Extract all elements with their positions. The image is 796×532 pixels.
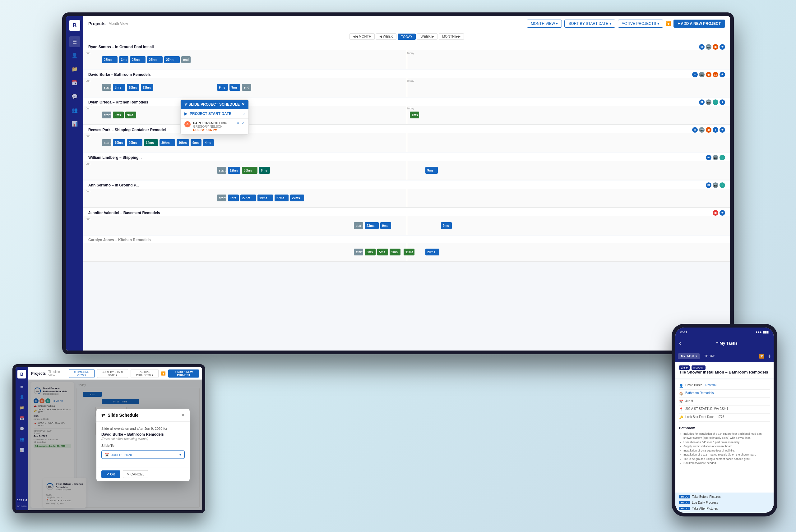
- referral-badge: Referral: [705, 383, 716, 388]
- timeline-area: Ryan Santos – In Ground Pool Install ✉ 📷…: [83, 42, 730, 350]
- project-name: Reeses Park – Shipping Container Remodel: [88, 128, 166, 132]
- lt-sidebar-item-schedule[interactable]: 📅: [17, 414, 26, 423]
- project-row: David Burke – Bathroom Remodels ✉ 📷 ◉ 11…: [83, 70, 730, 97]
- gantt-bar: 11ms: [404, 249, 414, 255]
- add-project-btn[interactable]: + ADD A NEW PROJECT: [673, 20, 725, 28]
- gantt-bar-start: start: [217, 194, 226, 201]
- ok-button[interactable]: ✓ OK: [101, 471, 120, 478]
- popup-close-icon[interactable]: ✕: [242, 102, 245, 107]
- lt-sidebar-item-contacts[interactable]: 👤: [17, 393, 26, 401]
- phone-nav-title: ≡ My Tasks: [684, 341, 770, 345]
- phone-add-icon[interactable]: +: [767, 353, 771, 360]
- gantt-bar: 9ms: [425, 167, 438, 174]
- filter-icon[interactable]: 🔽: [666, 21, 671, 26]
- gantt-bar-start: start: [354, 222, 363, 229]
- month-view-btn[interactable]: MONTH VIEW ▾: [527, 20, 562, 28]
- lt-sidebar-item-reports[interactable]: 📊: [17, 445, 26, 454]
- project-row: Ann Serrano – In Ground P... ✉ 📷 ○ Jun s…: [83, 180, 730, 208]
- cancel-button[interactable]: ✕ CANCEL: [123, 471, 149, 478]
- row-icon: ✉: [692, 72, 698, 77]
- lt-filter-icon[interactable]: 🔽: [161, 371, 166, 376]
- sidebar-item-team[interactable]: 👥: [69, 104, 80, 116]
- battery-icon: ▮▮▮: [763, 330, 769, 334]
- task-title: Tile Shower Installation – Bathroom Remo…: [679, 370, 770, 375]
- gantt-bar-start: start: [217, 167, 226, 174]
- lt-sidebar-item-files[interactable]: 📁: [17, 403, 26, 412]
- gantt-bar: 4ms: [203, 139, 214, 146]
- phone-notes: Includes for installation of a 18" squar…: [675, 431, 774, 493]
- popup-item-chevron: ›: [243, 112, 245, 116]
- today-tab[interactable]: TODAY: [701, 353, 718, 359]
- gantt-bar: 10hrs: [177, 139, 189, 146]
- gantt-bar: 27ms: [290, 194, 304, 201]
- popup-header: ⇄ SLIDE PROJECT SCHEDULE ✕: [181, 100, 248, 109]
- lt-title: Projects: [31, 371, 46, 376]
- main-topbar: Projects Month View MONTH VIEW ▾ SORT BY…: [83, 16, 730, 31]
- task-edit-icon[interactable]: ✏: [237, 121, 239, 125]
- next-next-month-btn[interactable]: MONTH ▶▶: [439, 33, 464, 40]
- prev-week-btn[interactable]: ◀ WEEK: [376, 33, 396, 40]
- gantt-bar: 9ms: [125, 112, 136, 118]
- lt-sidebar-item-menu[interactable]: ☰: [17, 382, 26, 391]
- project-icon: 🏠: [679, 391, 683, 397]
- lt-filter-btn[interactable]: ACTIVE PROJECTS ▾: [131, 369, 159, 378]
- task-detail-date: 📅 Jun 9: [679, 398, 770, 406]
- slide-modal-header: ⇄ Slide Schedule ✕: [96, 409, 190, 422]
- sort-btn[interactable]: SORT BY START DATE ▾: [564, 20, 615, 28]
- popup-project-start-date[interactable]: ▶ PROJECT START DATE ›: [181, 109, 248, 119]
- row-icon-orange: 11: [713, 72, 718, 77]
- date-picker[interactable]: 📅 JUN 15, 2020 ▾: [101, 451, 185, 459]
- row-icon: ◉: [706, 72, 711, 77]
- gantt-bar: 13hrs: [141, 84, 153, 91]
- task-time-row: 1hr 9 8:00 AM: [679, 365, 770, 370]
- sidebar-item-reports[interactable]: 📊: [69, 118, 80, 129]
- gantt-bar: 1ms: [410, 112, 419, 118]
- desktop-tablet: B ☰ 👤 📁 📅 💬 👥 📊 Projects Month View: [62, 13, 734, 354]
- note-item-1: Includes for installation of a 18" squar…: [683, 432, 770, 440]
- back-icon[interactable]: ‹: [679, 340, 681, 347]
- lt-sidebar-item-messages[interactable]: 💬: [17, 424, 26, 433]
- topbar-right: MONTH VIEW ▾ SORT BY START DATE ▾ ACTIVE…: [527, 20, 725, 28]
- row-icon: ✉: [706, 183, 711, 188]
- phone-filter-icon[interactable]: 🔽: [759, 354, 764, 359]
- task-check-icon[interactable]: ✓: [242, 121, 245, 125]
- main-content-area: Projects Month View MONTH VIEW ▾ SORT BY…: [83, 16, 730, 350]
- note-item-6: Tile to be grouted using a cement based …: [683, 457, 770, 461]
- task-lockbox: Lock Box Front Door – 1776: [685, 415, 724, 419]
- assignee-name: David Burke: [685, 383, 702, 388]
- popup-task-item[interactable]: G PAINT TRENCH LINE GREGORY NELSON DUE B…: [181, 119, 248, 134]
- sidebar-item-messages[interactable]: 💬: [69, 91, 80, 102]
- gantt-bar: 30hrs: [160, 139, 175, 146]
- project-row-header: Jennifer Valentini – Basement Remodels ◉…: [83, 208, 730, 216]
- lt-content: 48% David Burke – Bathroom Remodels proj…: [28, 380, 202, 510]
- slide-modal-close-icon[interactable]: ✕: [181, 413, 185, 418]
- sidebar-item-contacts[interactable]: 👤: [69, 50, 80, 61]
- project-link[interactable]: Bathroom Remodels: [685, 391, 714, 396]
- sidebar-item-schedule[interactable]: 📅: [69, 77, 80, 88]
- lt-date: 1/5 2020: [17, 505, 26, 508]
- project-row-timeline: start 3ms 5ms 9ms 11ms 20ms: [83, 243, 730, 261]
- next-week-btn[interactable]: WEEK ▶: [417, 33, 437, 40]
- gantt-bar: 9ms: [229, 84, 240, 91]
- todo-badge-2: TO DO: [679, 501, 690, 504]
- location-icon: 📍: [679, 407, 683, 412]
- lt-sidebar-item-team[interactable]: 👥: [17, 435, 26, 444]
- lt-sort-btn[interactable]: SORT BY START DATE ▾: [97, 369, 128, 378]
- today-btn[interactable]: TODAY: [398, 34, 416, 40]
- lt-timeline-btn[interactable]: ≡ TIMELINE VIEW ▾: [69, 369, 94, 378]
- row-icon: ★: [720, 210, 725, 216]
- lt-add-btn[interactable]: + ADD A NEW PROJECT: [168, 369, 199, 378]
- sidebar-item-files[interactable]: 📁: [69, 63, 80, 75]
- sidebar-item-projects[interactable]: ☰: [69, 36, 80, 47]
- gantt-bar-start: start: [102, 112, 111, 118]
- filter-btn[interactable]: ACTIVE PROJECTS ▾: [618, 20, 663, 28]
- todo-item-3: TO DO Take After Pictures: [679, 506, 770, 512]
- prev-prev-month-btn[interactable]: ◀◀ MONTH: [350, 33, 375, 40]
- gantt-bar: 9ms: [390, 249, 401, 255]
- row-icon: ★: [720, 127, 725, 133]
- left-tablet-screen: B ☰ 👤 📁 📅 💬 👥 📊 3:15 PM 1/5 2020 Project…: [16, 367, 202, 510]
- project-row: Ryan Santos – In Ground Pool Install ✉ 📷…: [83, 42, 730, 69]
- gantt-bar: 27hrs: [130, 56, 146, 63]
- lockbox-icon: 🔑: [679, 415, 683, 420]
- my-tasks-tab[interactable]: MY TASKS: [678, 353, 700, 359]
